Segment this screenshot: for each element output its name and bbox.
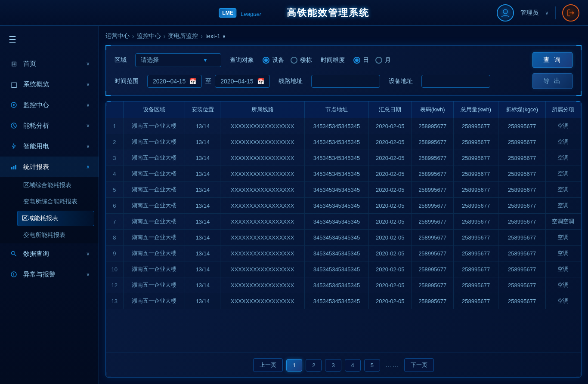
col-area: 设备区域 xyxy=(123,101,185,118)
cell-total: 258995677 xyxy=(453,150,498,166)
sidebar-sub-substation-power[interactable]: 变电所能耗报表 xyxy=(0,227,99,243)
sidebar-item-overview[interactable]: ◫ 系统概览 ∨ xyxy=(0,74,99,95)
breadcrumb-item-0[interactable]: 运营中心 xyxy=(105,32,130,40)
breadcrumb-item-1[interactable]: 监控中心 xyxy=(137,32,161,40)
cell-coal: 258995677 xyxy=(498,277,546,293)
cell-coal: 258995677 xyxy=(498,246,546,261)
col-node: 节点地址 xyxy=(304,101,368,118)
page-btn-1[interactable]: 1 xyxy=(286,359,302,372)
line-addr-input[interactable] xyxy=(311,75,380,88)
cell-install: 13/14 xyxy=(185,230,220,246)
device-addr-input[interactable] xyxy=(421,75,490,88)
cell-node: 345345345345345 xyxy=(304,261,368,277)
main-layout: ☰ ⊞ 首页 ∨ ◫ 系统概览 ∨ 监控中心 ∨ xyxy=(0,26,588,384)
cell-coal: 258995677 xyxy=(498,230,546,246)
cell-line: XXXXXXXXXXXXXXXXX xyxy=(220,182,305,198)
cell-area: 湖南五一企业大楼 xyxy=(123,246,185,261)
cell-coal: 258995677 xyxy=(498,150,546,166)
cell-date: 2020-02-05 xyxy=(369,214,412,230)
chevron-data: ∨ xyxy=(86,251,90,257)
cell-node: 345345345345345 xyxy=(304,246,368,261)
table-scroll[interactable]: 设备区域 安装位置 所属线路 节点地址 汇总日期 表码(kwh) 总用量(kwh… xyxy=(106,101,581,353)
table-row: 13 湖南五一企业大楼 13/14 XXXXXXXXXXXXXXXXX 3453… xyxy=(106,293,581,309)
radio-building-label: 楼栋 xyxy=(300,56,312,64)
sidebar-item-home[interactable]: ⊞ 首页 ∨ xyxy=(0,53,99,74)
cell-total: 258995677 xyxy=(453,293,498,309)
calendar-start-icon: 📅 xyxy=(189,78,196,85)
date-start-value: 2020--04-15 xyxy=(153,78,186,85)
sidebar-label-home: 首页 xyxy=(23,60,36,68)
cell-category: 空调 xyxy=(545,150,581,166)
cell-line: XXXXXXXXXXXXXXXXX xyxy=(220,230,305,246)
table-row: 5 湖南五一企业大楼 13/14 XXXXXXXXXXXXXXXXX 34534… xyxy=(106,182,581,198)
cell-date: 2020-02-05 xyxy=(369,166,412,182)
query-target-group: 设备 楼栋 xyxy=(263,56,312,64)
device-addr-label: 设备地址 xyxy=(389,77,413,85)
time-dim-month[interactable]: 月 xyxy=(375,56,391,64)
cell-date: 2020-02-05 xyxy=(369,134,412,150)
date-end-input[interactable]: 2020--04-15 📅 xyxy=(215,75,269,88)
date-start-input[interactable]: 2020--04-15 📅 xyxy=(147,75,202,88)
cell-date: 2020-02-05 xyxy=(369,230,412,246)
sidebar-item-data[interactable]: 数据查询 ∨ xyxy=(0,243,99,264)
table-row: 12 湖南五一企业大楼 13/14 XXXXXXXXXXXXXXXXX 3453… xyxy=(106,277,581,293)
sidebar-label-monitor: 监控中心 xyxy=(23,101,49,109)
svg-point-8 xyxy=(12,252,15,255)
cell-category: 空调 xyxy=(545,166,581,182)
cell-date: 2020-02-05 xyxy=(369,118,412,134)
breadcrumb-current[interactable]: text-1 ∨ xyxy=(205,33,226,40)
header-divider xyxy=(555,6,556,19)
cell-area: 湖南五一企业大楼 xyxy=(123,134,185,150)
pagination: 上一页 1 2 3 4 5 …… 下一页 xyxy=(106,353,581,377)
sidebar-sub-zone-energy[interactable]: 区域能耗报表 xyxy=(17,211,94,226)
sidebar-item-monitor[interactable]: 监控中心 ∨ xyxy=(0,95,99,115)
cell-node: 345345345345345 xyxy=(304,134,368,150)
page-btn-5[interactable]: 5 xyxy=(364,359,380,372)
next-page-button[interactable]: 下一页 xyxy=(404,358,434,372)
query-button[interactable]: 查 询 xyxy=(532,52,573,68)
page-btn-4[interactable]: 4 xyxy=(345,359,361,372)
cell-area: 湖南五一企业大楼 xyxy=(123,214,185,230)
cell-node: 345345345345345 xyxy=(304,166,368,182)
cell-date: 2020-02-05 xyxy=(369,293,412,309)
sidebar-label-alarm: 异常与报警 xyxy=(23,270,56,279)
logout-button[interactable] xyxy=(562,4,579,22)
query-target-building[interactable]: 楼栋 xyxy=(291,56,312,64)
sidebar-item-stats[interactable]: 统计报表 ∧ xyxy=(0,157,99,177)
header-logo: LME Leaguer 高铁能效管理系统 xyxy=(219,6,369,19)
cell-area: 湖南五一企业大楼 xyxy=(123,261,185,277)
sidebar-label-overview: 系统概览 xyxy=(23,80,49,89)
prev-page-button[interactable]: 上一页 xyxy=(253,358,283,372)
breadcrumb-item-2[interactable]: 变电所监控 xyxy=(168,32,198,40)
user-label[interactable]: 管理员 xyxy=(520,9,538,17)
table-row: 10 湖南五一企业大楼 13/14 XXXXXXXXXXXXXXXXX 3453… xyxy=(106,261,581,277)
sidebar-item-alarm[interactable]: 异常与报警 ∨ xyxy=(0,264,99,285)
smart-icon xyxy=(9,141,19,151)
cell-meter: 258995677 xyxy=(412,261,454,277)
cell-no: 10 xyxy=(106,261,123,277)
query-target-device[interactable]: 设备 xyxy=(263,56,284,64)
cell-line: XXXXXXXXXXXXXXXXX xyxy=(220,118,305,134)
cell-total: 258995677 xyxy=(453,118,498,134)
cell-coal: 258995677 xyxy=(498,214,546,230)
sidebar-sub-substation-energy[interactable]: 变电所综合能耗报表 xyxy=(0,194,99,210)
export-button[interactable]: 导 出 xyxy=(532,73,573,89)
stats-icon xyxy=(9,162,19,172)
sidebar-sub-area-energy[interactable]: 区域综合能耗报表 xyxy=(0,177,99,194)
col-line: 所属线路 xyxy=(220,101,305,118)
filter-row-1: 区域 请选择 ▼ 查询对象 设备 楼栋 时间维度 xyxy=(115,52,573,68)
svg-rect-7 xyxy=(15,165,16,169)
menu-toggle[interactable]: ☰ xyxy=(0,30,99,49)
cell-category: 空调 xyxy=(545,182,581,198)
page-btn-2[interactable]: 2 xyxy=(306,359,322,372)
area-select[interactable]: 请选择 ▼ xyxy=(135,53,221,67)
sidebar-item-energy[interactable]: 能耗分析 ∨ xyxy=(0,115,99,136)
time-dim-day[interactable]: 日 xyxy=(353,56,369,64)
radio-day-label: 日 xyxy=(363,56,369,64)
table-container: 设备区域 安装位置 所属线路 节点地址 汇总日期 表码(kwh) 总用量(kwh… xyxy=(105,101,582,378)
cell-total: 258995677 xyxy=(453,230,498,246)
logo-icon: Leaguer xyxy=(240,6,283,19)
cell-total: 258995677 xyxy=(453,198,498,214)
sidebar-item-smart[interactable]: 智能用电 ∨ xyxy=(0,136,99,157)
page-btn-3[interactable]: 3 xyxy=(325,359,341,372)
